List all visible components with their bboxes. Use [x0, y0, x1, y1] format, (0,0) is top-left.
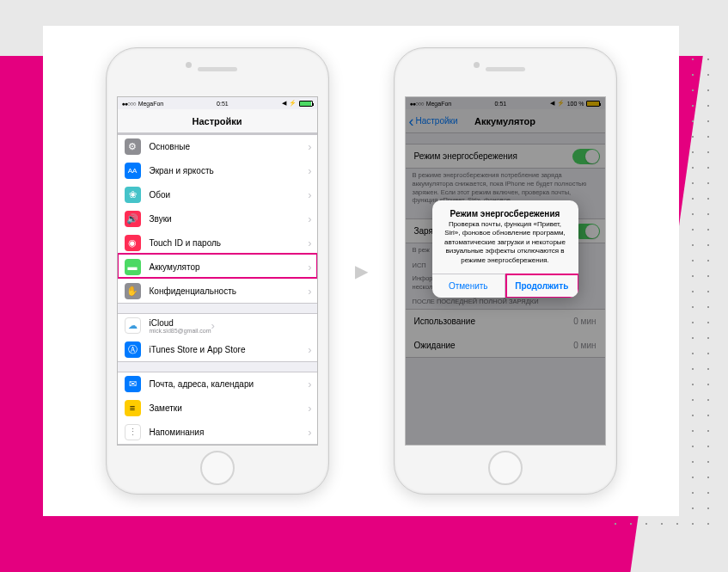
cell-label: Звуки: [150, 214, 309, 224]
alert-message: Проверка почты, функция «Привет, Siri», …: [432, 220, 578, 274]
alert-continue-button[interactable]: Продолжить: [505, 274, 578, 298]
chevron-right-icon: ›: [308, 343, 311, 356]
alert-cancel-button[interactable]: Отменить: [432, 274, 506, 298]
cell-battery[interactable]: ▬ Аккумулятор ›: [118, 255, 317, 279]
cell-notes[interactable]: ≡ Заметки ›: [118, 396, 317, 420]
cell-itunes[interactable]: Ⓐ iTunes Store и App Store ›: [118, 337, 317, 361]
cell-touchid[interactable]: ◉ Touch ID и пароль ›: [118, 231, 317, 255]
fingerprint-icon: ◉: [125, 235, 141, 251]
chevron-right-icon: ›: [308, 237, 311, 249]
chevron-right-icon: ›: [308, 212, 311, 225]
cell-general[interactable]: ⚙ Основные ›: [118, 134, 317, 158]
screen-settings: ●●○○○ MegaFon 0:51 ◀ ⚡ Настройки ⚙ Основ…: [117, 96, 318, 446]
cell-label: Заметки: [150, 403, 309, 413]
nav-bar: Настройки: [118, 109, 317, 133]
cell-display[interactable]: AA Экран и яркость ›: [118, 158, 317, 182]
chevron-right-icon: ›: [308, 140, 311, 153]
location-icon: ◀: [282, 100, 286, 107]
icloud-icon: ☁: [125, 317, 141, 334]
battery-icon: [299, 101, 313, 107]
gear-icon: ⚙: [125, 138, 141, 155]
cell-label: iCloud: [150, 318, 211, 328]
chevron-right-icon: ›: [308, 285, 311, 298]
cell-label: Почта, адреса, календари: [150, 379, 309, 389]
notes-icon: ≡: [125, 400, 141, 416]
cell-sublabel: mick.sid85@gmail.com: [150, 328, 211, 334]
cell-label: Конфиденциальность: [150, 286, 309, 296]
alert-continue-label: Продолжить: [515, 281, 568, 291]
alert-title: Режим энергосбережения: [432, 200, 578, 220]
chevron-right-icon: ›: [308, 261, 311, 274]
appstore-icon: Ⓐ: [125, 341, 141, 358]
cell-label: Аккумулятор: [150, 262, 309, 272]
privacy-icon: ✋: [125, 283, 141, 299]
cell-wallpaper[interactable]: ❀ Обои ›: [118, 182, 317, 206]
chevron-right-icon: ›: [308, 378, 311, 391]
low-power-alert: Режим энергосбережения Проверка почты, ф…: [432, 200, 578, 298]
wallpaper-icon: ❀: [125, 187, 141, 203]
sounds-icon: 🔊: [125, 211, 141, 227]
chevron-right-icon: ›: [308, 188, 311, 201]
cell-label: Напоминания: [150, 427, 309, 437]
alert-cancel-label: Отменить: [449, 281, 488, 291]
reminders-icon: ⋮: [125, 424, 141, 440]
arrow-separator-icon: ▶: [355, 261, 368, 281]
chevron-right-icon: ›: [308, 402, 311, 415]
signal-icon: ●●○○○: [122, 101, 136, 107]
cell-icloud[interactable]: ☁ iCloud mick.sid85@gmail.com ›: [118, 313, 317, 337]
nav-title: Настройки: [192, 116, 242, 126]
cell-label: Основные: [150, 142, 309, 151]
status-bar: ●●○○○ MegaFon 0:51 ◀ ⚡: [118, 97, 317, 109]
cell-mail[interactable]: ✉ Почта, адреса, календари ›: [118, 372, 317, 396]
cell-sounds[interactable]: 🔊 Звуки ›: [118, 206, 317, 231]
white-panel: ●●○○○ MegaFon 0:51 ◀ ⚡ Настройки ⚙ Основ…: [43, 26, 679, 516]
cell-label: Touch ID и пароль: [150, 238, 309, 248]
chevron-right-icon: ›: [211, 319, 215, 332]
home-button[interactable]: [200, 451, 235, 485]
cell-reminders[interactable]: ⋮ Напоминания ›: [118, 420, 317, 444]
mail-icon: ✉: [125, 376, 141, 392]
cell-label: Экран и яркость: [150, 166, 309, 175]
cell-label: Обои: [150, 190, 309, 200]
chevron-right-icon: ›: [308, 164, 311, 177]
screen-battery: ●●○○○ MegaFon 0:51 ◀ ⚡ 100 % Настройки А…: [405, 96, 606, 446]
cell-label: iTunes Store и App Store: [150, 345, 309, 354]
cell-privacy[interactable]: ✋ Конфиденциальность ›: [118, 279, 317, 303]
battery-settings-icon: ▬: [125, 259, 141, 275]
carrier-label: MegaFon: [138, 101, 164, 107]
bluetooth-icon: ⚡: [289, 100, 297, 107]
settings-list[interactable]: ⚙ Основные › AA Экран и яркость › ❀ Обои…: [118, 133, 317, 445]
phone-left: ●●○○○ MegaFon 0:51 ◀ ⚡ Настройки ⚙ Основ…: [106, 47, 329, 495]
status-time: 0:51: [217, 101, 229, 107]
home-button[interactable]: [488, 451, 523, 485]
phone-right: ●●○○○ MegaFon 0:51 ◀ ⚡ 100 % Настройки А…: [394, 47, 617, 495]
chevron-right-icon: ›: [308, 426, 311, 439]
display-icon: AA: [125, 163, 141, 179]
